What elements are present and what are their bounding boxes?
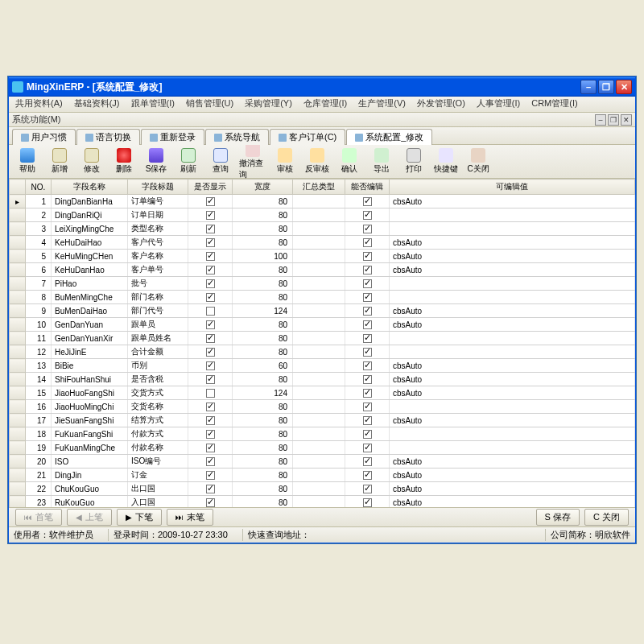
cell-sumtype[interactable]	[293, 208, 345, 222]
checkbox-icon[interactable]	[363, 252, 372, 261]
checkbox-icon[interactable]	[363, 361, 372, 370]
cell-fieldtitle[interactable]: 部门名称	[128, 291, 188, 304]
table-row[interactable]: 16JiaoHuoMingChi交货名称80	[10, 400, 635, 414]
row-header[interactable]	[10, 277, 26, 291]
checkbox-icon[interactable]	[206, 375, 215, 384]
cell-fieldtitle[interactable]: 订金	[128, 469, 188, 482]
cell-editvalue[interactable]	[390, 222, 635, 236]
minimize-button[interactable]: –	[580, 80, 597, 94]
cell-width[interactable]: 80	[233, 291, 293, 304]
cell-editvalue[interactable]: cbsAuto	[390, 414, 635, 427]
cell-editable[interactable]	[345, 195, 390, 208]
checkbox-icon[interactable]	[206, 348, 215, 357]
table-row[interactable]: 20ISOISO编号80cbsAuto	[10, 455, 635, 469]
table-row[interactable]: 9BuMenDaiHao部门代号124cbsAuto	[10, 304, 635, 318]
toolbar-del-button[interactable]: 删除	[110, 147, 138, 176]
cell-fieldtitle[interactable]: 客户代号	[128, 236, 188, 250]
cell-show[interactable]	[188, 318, 233, 332]
cell-width[interactable]: 80	[233, 482, 293, 496]
cell-fieldtitle[interactable]: 客户名称	[128, 250, 188, 263]
toolbar-help-button[interactable]: 帮助	[14, 147, 41, 176]
cell-show[interactable]	[188, 332, 233, 345]
cell-fieldtitle[interactable]: 入口国	[128, 496, 188, 508]
table-row[interactable]: 18FuKuanFangShi付款方式80	[10, 427, 635, 441]
checkbox-icon[interactable]	[363, 402, 372, 411]
cell-editable[interactable]	[345, 332, 390, 345]
table-row[interactable]: 13BiBie币别60cbsAuto	[10, 359, 635, 373]
toolbar-refresh-button[interactable]: 刷新	[175, 147, 202, 176]
cell-show[interactable]	[188, 455, 233, 469]
cell-editvalue[interactable]: cbsAuto	[390, 373, 635, 386]
table-row[interactable]: 11GenDanYuanXir跟单员姓名80	[10, 332, 635, 345]
cell-sumtype[interactable]	[293, 496, 345, 508]
row-header[interactable]	[10, 469, 26, 482]
checkbox-icon[interactable]	[206, 430, 215, 439]
cell-fieldname[interactable]: DingJin	[52, 469, 128, 482]
checkbox-icon[interactable]	[363, 320, 372, 329]
cell-fieldname[interactable]: DingDanRiQi	[52, 208, 128, 222]
col-header-2[interactable]: 字段标题	[128, 180, 188, 195]
cell-fieldname[interactable]: BuMenDaiHao	[52, 304, 128, 318]
cell-editvalue[interactable]: cbsAuto	[390, 263, 635, 277]
cell-editvalue[interactable]: cbsAuto	[390, 359, 635, 373]
cell-show[interactable]	[188, 482, 233, 496]
checkbox-icon[interactable]	[206, 197, 215, 206]
cell-sumtype[interactable]	[293, 304, 345, 318]
checkbox-icon[interactable]	[363, 444, 372, 452]
cell-width[interactable]: 80	[233, 332, 293, 345]
table-row[interactable]: 12HeJiJinE合计金额80	[10, 345, 635, 359]
cell-editable[interactable]	[345, 222, 390, 236]
cell-sumtype[interactable]	[293, 277, 345, 291]
cell-editable[interactable]	[345, 263, 390, 277]
cell-width[interactable]: 80	[233, 318, 293, 332]
cell-fieldtitle[interactable]: 批号	[128, 277, 188, 291]
cell-fieldtitle[interactable]: 币别	[128, 359, 188, 373]
cell-editable[interactable]	[345, 455, 390, 469]
cell-editable[interactable]	[345, 208, 390, 222]
cell-fieldname[interactable]: FuKuanFangShi	[52, 427, 128, 441]
checkbox-icon[interactable]	[206, 211, 215, 220]
row-header[interactable]	[10, 332, 26, 345]
cell-editvalue[interactable]: cbsAuto	[390, 250, 635, 263]
cell-fieldname[interactable]: KeHuMingCHen	[52, 250, 128, 263]
checkbox-icon[interactable]	[363, 238, 372, 247]
col-header-1[interactable]: 字段名称	[52, 180, 128, 195]
toolbar-new-button[interactable]: 新增	[46, 147, 73, 176]
next-record-button[interactable]: ▶下笔	[117, 509, 162, 526]
cell-width[interactable]: 80	[233, 427, 293, 441]
cell-width[interactable]: 80	[233, 469, 293, 482]
cell-editvalue[interactable]	[390, 291, 635, 304]
cell-editvalue[interactable]: cbsAuto	[390, 469, 635, 482]
table-row[interactable]: 4KeHuDaiHao客户代号80cbsAuto	[10, 236, 635, 250]
cell-fieldname[interactable]: JiaoHuoFangShi	[52, 386, 128, 400]
table-row[interactable]: 6KeHuDanHao客户单号80cbsAuto	[10, 263, 635, 277]
cell-sumtype[interactable]	[293, 250, 345, 263]
cell-fieldname[interactable]: GenDanYuanXir	[52, 332, 128, 345]
cell-fieldname[interactable]: KeHuDanHao	[52, 263, 128, 277]
cell-show[interactable]	[188, 236, 233, 250]
table-row[interactable]: 7PiHao批号80	[10, 277, 635, 291]
toolbar-audit-button[interactable]: 审核	[271, 147, 299, 176]
checkbox-icon[interactable]	[206, 252, 215, 261]
cell-sumtype[interactable]	[293, 359, 345, 373]
checkbox-icon[interactable]	[363, 389, 372, 398]
cell-editable[interactable]	[345, 469, 390, 482]
row-header[interactable]	[10, 373, 26, 386]
checkbox-icon[interactable]	[206, 361, 215, 370]
mdi-child-btn-2[interactable]: ✕	[621, 114, 632, 126]
tab-3[interactable]: 系统导航	[205, 129, 269, 145]
menu-item-system[interactable]: 系统功能(M)	[12, 114, 61, 126]
menu-item-9[interactable]: CRM管理(I)	[528, 97, 580, 110]
mdi-child-btn-1[interactable]: ❐	[608, 114, 619, 126]
cell-width[interactable]: 80	[233, 222, 293, 236]
cell-fieldname[interactable]: GenDanYuan	[52, 318, 128, 332]
first-record-button[interactable]: ⏮首笔	[15, 509, 62, 526]
tab-1[interactable]: 语言切换	[76, 129, 140, 145]
table-row[interactable]: 10GenDanYuan跟单员80cbsAuto	[10, 318, 635, 332]
cell-fieldname[interactable]: ChuKouGuo	[52, 482, 128, 496]
toolbar-revoke-button[interactable]: 撤消查询	[239, 141, 266, 182]
cell-editvalue[interactable]: cbsAuto	[390, 236, 635, 250]
cell-fieldname[interactable]: DingDanBianHa	[52, 195, 128, 208]
cell-fieldname[interactable]: ShiFouHanShui	[52, 373, 128, 386]
cell-width[interactable]: 80	[233, 236, 293, 250]
